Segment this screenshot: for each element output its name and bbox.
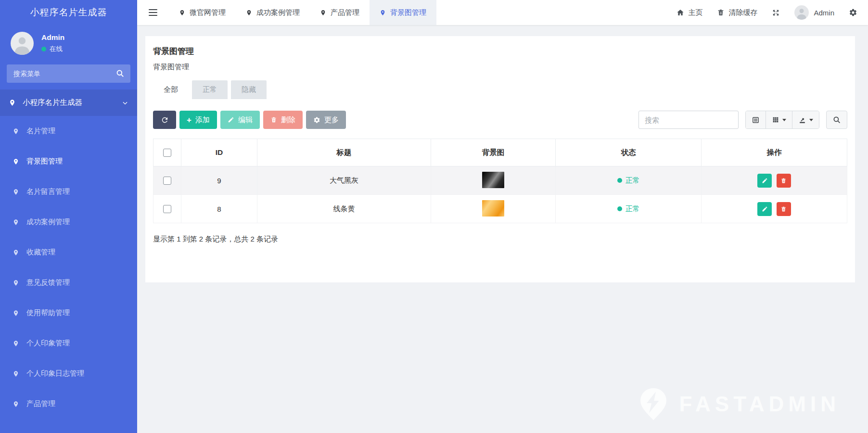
pin-icon — [13, 370, 19, 377]
nav-tab-micro-site[interactable]: 微官网管理 — [169, 0, 236, 25]
fastadmin-watermark: FASTADMIN — [635, 386, 840, 422]
status-label: 正常 — [625, 204, 640, 214]
row-edit-button[interactable] — [757, 174, 772, 188]
home-label: 主页 — [688, 8, 702, 17]
background-thumbnail[interactable] — [482, 200, 504, 216]
select-all-checkbox[interactable] — [163, 149, 171, 157]
plus-icon: + — [187, 116, 191, 124]
add-button-label: 添加 — [195, 115, 210, 125]
pin-icon — [380, 10, 386, 16]
status-dot-icon — [617, 178, 622, 183]
search-toggle-button[interactable] — [826, 111, 847, 129]
sidebar-item-impression-log-manage[interactable]: 个人印象日志管理 — [0, 358, 137, 389]
user-menu[interactable]: Admin — [794, 5, 834, 20]
table-toolbar: + 添加 编辑 删除 更多 — [153, 111, 847, 129]
sidebar-menu: 小程序名片生成器 名片管理 背景图管理 名片留言管理 成功案例管理 收藏管理 意… — [0, 89, 137, 419]
pencil-icon — [228, 116, 234, 123]
pin-icon — [13, 340, 19, 347]
sidebar-item-favorite-manage[interactable]: 收藏管理 — [0, 237, 137, 267]
settings-button[interactable] — [849, 8, 857, 17]
sidebar-item-background-manage[interactable]: 背景图管理 — [0, 146, 137, 177]
sidebar-item-product-manage[interactable]: 产品管理 — [0, 389, 137, 419]
trash-icon — [717, 9, 725, 16]
edit-button[interactable]: 编辑 — [220, 111, 260, 129]
sidebar-item-label: 收藏管理 — [26, 248, 55, 257]
chevron-down-icon — [122, 100, 128, 106]
export-dropdown-button[interactable] — [792, 111, 819, 128]
filter-tab-hidden[interactable]: 隐藏 — [231, 80, 267, 99]
caret-down-icon — [782, 119, 786, 121]
sidebar-item-label: 个人印象日志管理 — [26, 369, 84, 378]
table-header-row: ID 标题 背景图 状态 操作 — [153, 139, 847, 166]
pin-icon — [13, 249, 19, 256]
nav-tab-background[interactable]: 背景图管理 — [370, 0, 436, 25]
home-link[interactable]: 主页 — [677, 8, 702, 17]
column-header-image[interactable]: 背景图 — [431, 139, 556, 166]
trash-icon — [780, 206, 787, 212]
sidebar-item-card-manage[interactable]: 名片管理 — [0, 116, 137, 146]
background-thumbnail[interactable] — [482, 172, 504, 188]
background-manage-panel: 背景图管理 背景图管理 全部 正常 隐藏 + 添加 编辑 — [145, 36, 855, 282]
page-subtitle: 背景图管理 — [153, 63, 847, 72]
trash-icon — [780, 178, 787, 184]
sidebar-item-label: 名片留言管理 — [26, 187, 70, 196]
sidebar-item-label: 成功案例管理 — [26, 217, 70, 227]
add-button[interactable]: + 添加 — [179, 111, 217, 129]
row-delete-button[interactable] — [777, 202, 791, 216]
fullscreen-button[interactable] — [772, 9, 780, 17]
caret-down-icon — [809, 119, 813, 121]
columns-dropdown-button[interactable] — [766, 111, 792, 128]
sidebar-item-help-manage[interactable]: 使用帮助管理 — [0, 298, 137, 328]
sidebar-group-label: 小程序名片生成器 — [23, 98, 82, 108]
filter-tab-all[interactable]: 全部 — [153, 80, 189, 99]
edit-button-label: 编辑 — [238, 115, 253, 125]
sidebar-toggle-button[interactable] — [137, 0, 169, 25]
list-view-icon — [752, 116, 760, 124]
sidebar-item-success-case-manage[interactable]: 成功案例管理 — [0, 207, 137, 237]
filter-tab-normal[interactable]: 正常 — [192, 80, 228, 99]
table-row[interactable]: 8 线条黄 正常 — [153, 195, 847, 223]
more-button[interactable]: 更多 — [306, 111, 346, 129]
refresh-button[interactable] — [153, 111, 176, 129]
search-icon — [832, 115, 841, 124]
fastadmin-logo-icon — [635, 386, 672, 422]
row-title: 大气黑灰 — [257, 166, 431, 195]
row-checkbox[interactable] — [163, 205, 171, 213]
row-edit-button[interactable] — [757, 202, 772, 216]
column-header-ops[interactable]: 操作 — [702, 139, 847, 166]
sidebar-item-label: 使用帮助管理 — [26, 308, 70, 318]
column-header-status[interactable]: 状态 — [556, 139, 702, 166]
column-header-id[interactable]: ID — [181, 139, 257, 166]
person-icon — [794, 5, 809, 20]
table-row[interactable]: 9 大气黑灰 正常 — [153, 166, 847, 195]
refresh-icon — [161, 116, 169, 124]
user-avatar[interactable] — [11, 32, 34, 55]
sidebar-item-card-message-manage[interactable]: 名片留言管理 — [0, 177, 137, 207]
delete-button[interactable]: 删除 — [263, 111, 303, 129]
sidebar-item-feedback-manage[interactable]: 意见反馈管理 — [0, 267, 137, 298]
record-summary: 显示第 1 到第 2 条记录，总共 2 条记录 — [153, 235, 847, 244]
row-delete-button[interactable] — [777, 174, 791, 188]
pin-icon — [9, 99, 16, 106]
sidebar-item-impression-manage[interactable]: 个人印象管理 — [0, 328, 137, 358]
clear-cache-button[interactable]: 清除缓存 — [717, 8, 757, 17]
pin-icon — [320, 10, 326, 16]
menu-search-input[interactable] — [7, 64, 130, 83]
export-icon — [798, 116, 806, 124]
search-icon[interactable] — [115, 69, 125, 78]
row-checkbox[interactable] — [163, 177, 171, 185]
open-page-tabs: 微官网管理 成功案例管理 产品管理 背景图管理 — [169, 0, 436, 25]
status-dot-icon — [617, 206, 622, 211]
main-area: 微官网管理 成功案例管理 产品管理 背景图管理 主页 清除缓存 — [137, 0, 868, 433]
nav-tab-product[interactable]: 产品管理 — [310, 0, 370, 25]
nav-tab-success-case[interactable]: 成功案例管理 — [236, 0, 310, 25]
sidebar-group-app[interactable]: 小程序名片生成器 — [0, 89, 137, 116]
nav-tab-label: 微官网管理 — [190, 8, 226, 17]
pin-icon — [13, 158, 19, 165]
sidebar-item-label: 产品管理 — [26, 399, 55, 408]
toggle-view-button[interactable] — [746, 111, 766, 128]
pencil-icon — [762, 178, 768, 184]
column-header-title[interactable]: 标题 — [257, 139, 431, 166]
pin-icon — [13, 219, 19, 226]
table-search-input[interactable] — [638, 111, 739, 129]
